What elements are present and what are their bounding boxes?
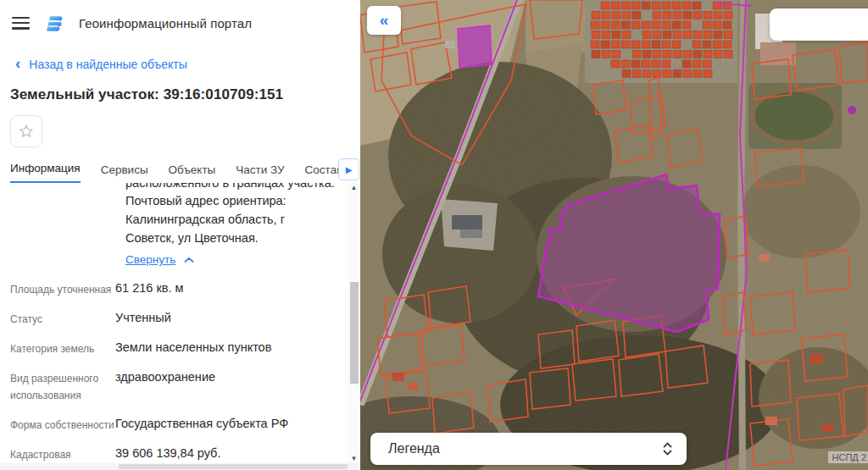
address-line: Почтовый адрес ориентира: <box>125 191 345 210</box>
menu-icon[interactable] <box>12 17 30 30</box>
horizontal-scrollbar[interactable] <box>0 463 360 470</box>
page-title: Земельный участок: 39:16:010709:151 <box>10 86 360 103</box>
tab-objects[interactable]: Объекты <box>169 163 216 183</box>
collapse-panel-button[interactable]: « <box>367 6 401 35</box>
attribute-label: Форма собственности <box>0 415 115 434</box>
triangle-right-icon: ▶ <box>346 165 353 174</box>
map-attribution: НСПД 2 <box>828 451 868 463</box>
favorite-button[interactable] <box>10 115 42 147</box>
chevron-up-icon <box>184 257 194 263</box>
attribute-row: Вид разрешенного использования здравоохр… <box>0 368 345 404</box>
satellite-map-canvas <box>360 0 868 470</box>
star-icon <box>18 123 35 140</box>
tab-parcel-parts[interactable]: Части ЗУ <box>236 163 284 183</box>
info-panel: Геоинформационный портал ‹ Назад в найде… <box>0 0 360 470</box>
clipped-text-line: расположенного в границах участка. <box>125 183 345 191</box>
attribute-label: Статус <box>0 309 115 328</box>
attribute-value: Земли населенных пунктов <box>115 339 345 357</box>
scrollbar-thumb[interactable] <box>119 464 348 469</box>
back-link[interactable]: ‹ Назад в найденные объекты <box>15 58 360 71</box>
tab-information[interactable]: Информация <box>10 162 81 183</box>
tab-services[interactable]: Сервисы <box>101 163 148 183</box>
app-header: Геоинформационный портал <box>0 0 360 36</box>
back-link-label: Назад в найденные объекты <box>29 58 186 71</box>
scrollbar-thumb[interactable] <box>350 282 359 384</box>
expand-collapse-icon[interactable] <box>662 441 673 456</box>
chevron-left-icon: ‹ <box>15 58 20 69</box>
attribute-value: здравоохранение <box>115 368 345 404</box>
tab-composition[interactable]: Состав <box>305 163 343 183</box>
legend-label: Легенда <box>388 441 440 456</box>
parcel-details: расположенного в границах участка. Почто… <box>0 183 360 468</box>
double-chevron-left-icon: « <box>380 11 389 30</box>
app-logo-icon <box>45 14 64 33</box>
attribute-label: Категория земель <box>0 339 115 357</box>
attribute-value: Учтенный <box>115 309 345 328</box>
vertical-scrollbar[interactable]: ▲ ▼ <box>348 182 360 464</box>
scroll-up-icon[interactable]: ▲ <box>348 182 360 193</box>
address-description: расположенного в границах участка. Почто… <box>0 183 345 247</box>
collapse-label: Свернуть <box>125 253 175 266</box>
attribute-row: Форма собственности Государственная субъ… <box>0 415 345 434</box>
attribute-table: Площадь уточненная 61 216 кв. м Статус У… <box>0 279 345 468</box>
address-line: Калининградская область, г <box>125 210 345 229</box>
attribute-row: Статус Учтенный <box>0 309 345 328</box>
address-line: Советск, ул Цветочная. <box>125 229 345 247</box>
collapse-description-link[interactable]: Свернуть <box>125 253 345 266</box>
attribute-label: Площадь уточненная <box>0 279 115 298</box>
attribute-value: 61 216 кв. м <box>115 279 345 298</box>
map-search-box[interactable] <box>770 8 868 41</box>
app-title: Геоинформационный портал <box>79 16 252 30</box>
attribute-label: Вид разрешенного использования <box>0 368 115 404</box>
map-view[interactable]: « Легенда НСПД 2 <box>360 0 868 470</box>
tabs-scroll-right-button[interactable]: ▶ <box>338 158 359 180</box>
attribute-value: Государственная субъекта РФ <box>115 415 345 434</box>
attribute-row: Категория земель Земли населенных пункто… <box>0 339 345 357</box>
tab-bar: Информация Сервисы Объекты Части ЗУ Сост… <box>10 161 360 183</box>
attribute-row: Площадь уточненная 61 216 кв. м <box>0 279 345 298</box>
legend-bar[interactable]: Легенда <box>370 433 687 465</box>
